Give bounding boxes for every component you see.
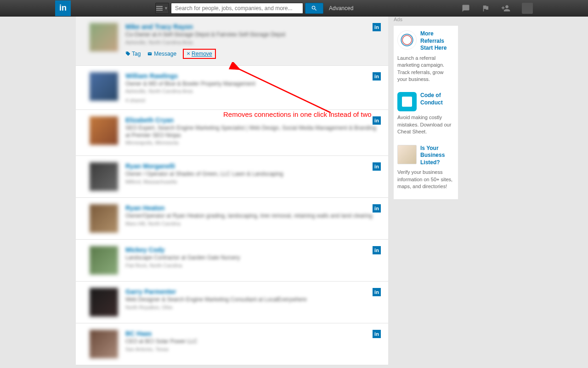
connection-row: Ryan Heaton Owner/Operator at Ryan Heato…: [76, 198, 388, 240]
sidebar-ad[interactable]: Is Your Business Listed? Verify your bus…: [394, 140, 458, 195]
ad-title[interactable]: Code of Conduct: [420, 92, 454, 106]
connection-location: Mars Hill, North Carolina: [125, 221, 381, 226]
connection-location: Minneapolis, Minnesota: [125, 140, 381, 145]
top-nav: in ▼ Advanced: [0, 0, 588, 17]
connection-location: San Antonio, Texas: [125, 346, 381, 352]
linkedin-badge-icon[interactable]: in: [373, 72, 381, 80]
connection-row: Elizabeth Cryan SEO Expert, Search Engin…: [76, 110, 388, 156]
linkedin-logo[interactable]: in: [55, 0, 71, 16]
connection-title: CEO at BCI Solar Power LLC: [125, 338, 381, 345]
tag-action[interactable]: Tag: [125, 51, 141, 57]
connection-title: Co-Owner at A Self-Storage Depot & Fairv…: [125, 31, 381, 39]
profile-photo[interactable]: [90, 116, 118, 145]
ad-image: [397, 145, 417, 164]
connection-name[interactable]: Mike and Tracy Rayon: [125, 23, 381, 30]
linkedin-badge-icon[interactable]: in: [373, 204, 381, 213]
connection-title: Owner & MD of Blue & Bowler Property Man…: [125, 80, 381, 88]
linkedin-badge-icon[interactable]: in: [373, 288, 381, 296]
search-input[interactable]: [171, 3, 303, 14]
ad-image: [397, 92, 417, 111]
profile-photo[interactable]: [90, 330, 118, 358]
linkedin-badge-icon[interactable]: in: [373, 116, 381, 125]
connection-title: SEO Expert, Search Engine Marketing Spec…: [125, 125, 381, 139]
profile-photo[interactable]: [90, 246, 118, 275]
connection-name[interactable]: Mickey Cody: [125, 246, 381, 253]
flag-icon[interactable]: [481, 4, 490, 12]
connection-title: Owner / Operator at Shades of Green, LLC…: [125, 171, 381, 178]
connection-row: Mike and Tracy Rayon Co-Owner at A Self-…: [76, 17, 388, 66]
menu-toggle[interactable]: ▼: [155, 3, 169, 14]
ad-description: Verify your business information on 50+ …: [397, 169, 454, 190]
sidebar: Ads More Referrals Start Here Launch a r…: [394, 17, 458, 365]
sidebar-ad[interactable]: Code of Conduct Avoid making costly mist…: [394, 87, 458, 140]
connection-name[interactable]: Elizabeth Cryan: [125, 116, 381, 124]
ad-description: Avoid making costly mistakes. Download o…: [397, 114, 454, 135]
connection-location: Milford, Massachusetts: [125, 179, 381, 184]
connection-title: Owner/Operator at Ryan Heaton grading, l…: [125, 213, 381, 220]
connection-name[interactable]: BC Haas: [125, 330, 381, 337]
ad-title[interactable]: More Referrals Start Here: [420, 30, 454, 52]
linkedin-badge-icon[interactable]: in: [373, 330, 381, 338]
sidebar-ad[interactable]: More Referrals Start Here Launch a refer…: [394, 26, 458, 87]
ad-title[interactable]: Is Your Business Listed?: [420, 145, 454, 167]
profile-photo[interactable]: [90, 204, 118, 233]
profile-photo[interactable]: [90, 23, 118, 52]
connection-location: Flat Rock, North Carolina: [125, 263, 381, 268]
advanced-search-link[interactable]: Advanced: [329, 5, 353, 12]
ad-description: Launch a referral marketing campaign. Tr…: [397, 55, 454, 83]
connection-row: Mickey Cody Landscape Contractor at Gard…: [76, 240, 388, 282]
avatar[interactable]: [522, 3, 533, 14]
messages-icon[interactable]: [461, 4, 470, 12]
connection-name[interactable]: Ryan Morganelli: [125, 162, 381, 170]
connection-row: BC Haas CEO at BCI Solar Power LLC San A…: [76, 323, 388, 365]
remove-action-highlighted[interactable]: ✕Remove: [183, 49, 216, 59]
search-icon: [311, 5, 317, 12]
connection-row: William Rawlings Owner & MD of Blue & Bo…: [76, 66, 388, 110]
connection-row: Ryan Morganelli Owner / Operator at Shad…: [76, 156, 388, 198]
connection-location: Asheville, North Carolina Area: [125, 88, 381, 94]
search-button[interactable]: [305, 3, 323, 14]
connection-title: Web Designer & Search Engine Marketing C…: [125, 296, 381, 304]
linkedin-badge-icon[interactable]: in: [373, 23, 381, 31]
connection-name[interactable]: William Rawlings: [125, 72, 381, 80]
message-action[interactable]: Message: [147, 51, 176, 57]
ad-image: [397, 30, 417, 50]
connection-title: Landscape Contractor at Garden Gate Nurs…: [125, 254, 381, 262]
profile-photo[interactable]: [90, 288, 118, 316]
connection-name[interactable]: Garry Parmenter: [125, 288, 381, 295]
profile-photo[interactable]: [90, 162, 118, 191]
connection-location: Asheville, North Carolina Area: [125, 40, 381, 45]
shared-connections: 4 shared: [125, 98, 381, 103]
profile-photo[interactable]: [90, 72, 118, 101]
connection-location: North Royalton, Ohio: [125, 305, 381, 310]
connection-name[interactable]: Ryan Heaton: [125, 204, 381, 212]
connection-row: Garry Parmenter Web Designer & Search En…: [76, 282, 388, 323]
linkedin-badge-icon[interactable]: in: [373, 162, 381, 171]
connections-list: Mike and Tracy Rayon Co-Owner at A Self-…: [76, 17, 388, 365]
add-user-icon[interactable]: [501, 4, 511, 13]
linkedin-badge-icon[interactable]: in: [373, 246, 381, 254]
ads-label: Ads: [394, 17, 458, 22]
